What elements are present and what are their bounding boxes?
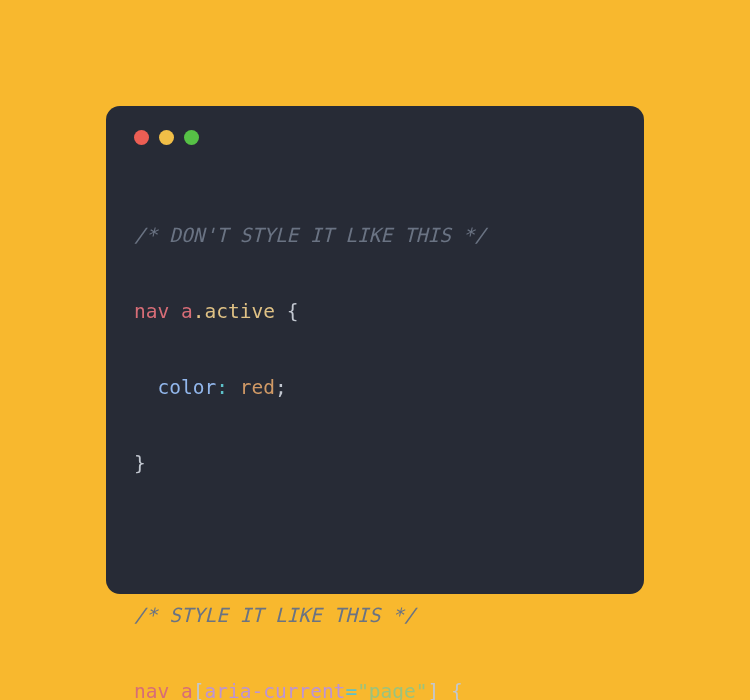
code-line-comment: /* STYLE IT LIKE THIS */ [134, 597, 616, 635]
code-block: /* DON'T STYLE IT LIKE THIS */ nav a.act… [134, 179, 616, 700]
code-line-declaration: color: red; [134, 369, 616, 407]
selector-tag: nav [134, 680, 169, 700]
attr-name: aria-current [204, 680, 345, 700]
selector-tag: nav [134, 300, 169, 323]
code-line-comment: /* DON'T STYLE IT LIKE THIS */ [134, 217, 616, 255]
code-line-blank [134, 521, 616, 559]
code-line-selector: nav a.active { [134, 293, 616, 331]
brace-close: } [134, 452, 146, 475]
semicolon: ; [275, 376, 287, 399]
brace-open: { [275, 300, 298, 323]
zoom-icon[interactable] [184, 130, 199, 145]
equals: = [345, 680, 357, 700]
attr-value: "page" [357, 680, 427, 700]
selector-tag: a [181, 300, 193, 323]
brace-open: { [439, 680, 462, 700]
minimize-icon[interactable] [159, 130, 174, 145]
selector-tag: a [181, 680, 193, 700]
comment-text: /* DON'T STYLE IT LIKE THIS */ [134, 224, 486, 247]
code-window: /* DON'T STYLE IT LIKE THIS */ nav a.act… [106, 106, 644, 594]
bracket-close: ] [428, 680, 440, 700]
selector-class-name: active [204, 300, 274, 323]
close-icon[interactable] [134, 130, 149, 145]
selector-class-dot: . [193, 300, 205, 323]
colon: : [216, 376, 228, 399]
comment-text: /* STYLE IT LIKE THIS */ [134, 604, 416, 627]
value: red [228, 376, 275, 399]
code-line-brace-close: } [134, 445, 616, 483]
property: color [157, 376, 216, 399]
bracket-open: [ [193, 680, 205, 700]
code-line-selector: nav a[aria-current="page"] { [134, 673, 616, 700]
window-titlebar [134, 130, 616, 145]
